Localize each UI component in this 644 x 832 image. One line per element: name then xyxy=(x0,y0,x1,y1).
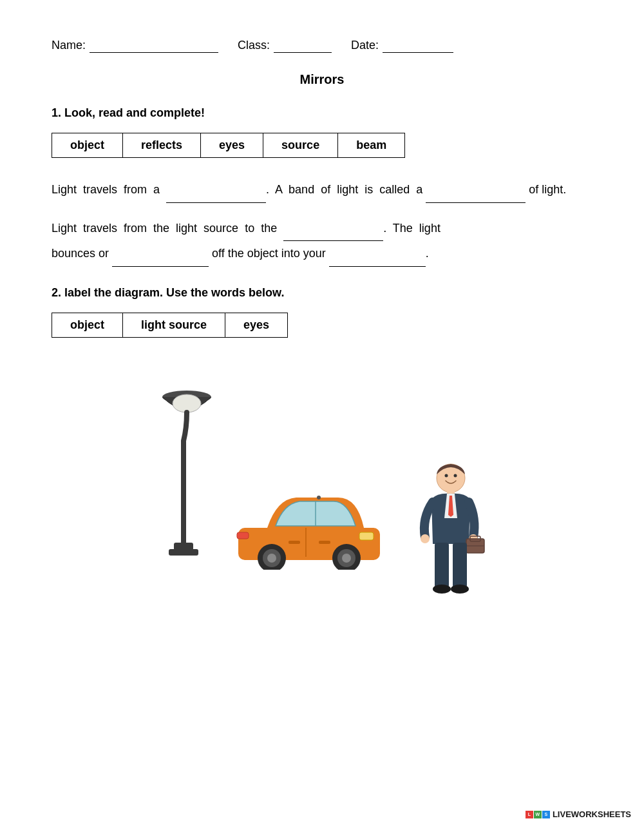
svg-rect-6 xyxy=(359,532,374,540)
svg-point-16 xyxy=(317,496,321,499)
date-field: Date: xyxy=(351,39,453,53)
word2-eyes: eyes xyxy=(225,313,288,337)
svg-point-28 xyxy=(433,585,451,594)
word-bank-table-2: object light source eyes xyxy=(52,313,288,338)
svg-point-19 xyxy=(454,474,457,477)
svg-rect-3 xyxy=(169,549,198,556)
word-reflects: reflects xyxy=(123,133,201,158)
date-input-line[interactable] xyxy=(383,39,453,53)
word2-object: object xyxy=(52,313,123,337)
blank2-2[interactable] xyxy=(112,253,209,267)
word2-light-source: light source xyxy=(123,313,225,337)
section2-heading: 2. label the diagram. Use the words belo… xyxy=(52,286,592,300)
lws-box-l: L xyxy=(526,811,533,818)
paragraph2: Light travels from the light source to t… xyxy=(52,216,592,267)
svg-rect-9 xyxy=(319,541,330,544)
word-eyes: eyes xyxy=(201,133,263,158)
svg-point-29 xyxy=(451,585,469,594)
street-lamp xyxy=(148,370,225,550)
paragraph1: Light travels from a . A band of light i… xyxy=(52,177,592,203)
blank1-2[interactable] xyxy=(426,189,526,203)
lws-box-w: W xyxy=(534,811,542,818)
word-source: source xyxy=(263,133,338,158)
name-label: Name: xyxy=(52,39,86,52)
header-row: Name: Class: Date: xyxy=(52,39,592,53)
svg-rect-7 xyxy=(237,532,249,539)
svg-rect-8 xyxy=(289,541,300,544)
svg-rect-27 xyxy=(453,543,467,588)
name-field: Name: xyxy=(52,39,218,53)
date-label: Date: xyxy=(351,39,379,52)
worksheet-page: Name: Class: Date: Mirrors 1. Look, read… xyxy=(0,0,644,653)
word-bank-table-1: object reflects eyes source beam xyxy=(52,133,405,158)
lws-logo: L W S xyxy=(526,811,550,818)
lws-text: LIVEWORKSHEETS xyxy=(553,809,631,819)
class-label: Class: xyxy=(238,39,270,52)
blank2-3[interactable] xyxy=(329,253,426,267)
svg-point-18 xyxy=(445,474,448,477)
svg-point-21 xyxy=(421,534,430,543)
word-beam: beam xyxy=(338,133,405,158)
diagram-area xyxy=(52,357,592,615)
class-field: Class: xyxy=(238,39,332,53)
person xyxy=(412,460,489,595)
name-input-line[interactable] xyxy=(90,39,218,53)
svg-point-12 xyxy=(342,554,351,563)
section1-heading: 1. Look, read and complete! xyxy=(52,106,592,120)
blank1-1[interactable] xyxy=(166,189,266,203)
section2: 2. label the diagram. Use the words belo… xyxy=(52,286,592,615)
word-object: object xyxy=(52,133,123,158)
svg-point-15 xyxy=(267,554,276,563)
lws-box-s: S xyxy=(542,811,550,818)
class-input-line[interactable] xyxy=(274,39,332,53)
liveworksheets-badge: L W S LIVEWORKSHEETS xyxy=(526,809,631,819)
car xyxy=(232,486,380,570)
blank2-1[interactable] xyxy=(283,227,383,242)
svg-point-1 xyxy=(173,394,201,412)
worksheet-title: Mirrors xyxy=(52,72,592,87)
svg-rect-26 xyxy=(435,543,449,588)
